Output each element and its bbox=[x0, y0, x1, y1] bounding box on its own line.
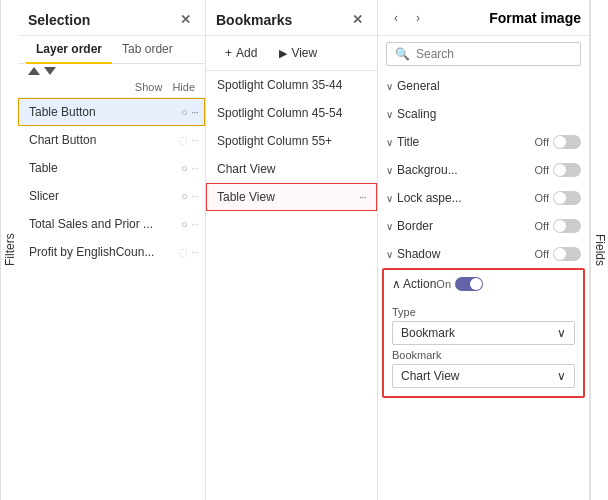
bookmark-item-name: Spotlight Column 45-54 bbox=[217, 106, 342, 120]
hide-label: Hide bbox=[172, 81, 195, 93]
format-section-lock-aspect[interactable]: ∨ Lock aspe... Off bbox=[378, 184, 589, 212]
lock-aspect-toggle-label: Off bbox=[535, 192, 549, 204]
bookmark-item-name: Spotlight Column 55+ bbox=[217, 134, 332, 148]
more-icon: ··· bbox=[191, 133, 198, 147]
search-icon: 🔍 bbox=[395, 47, 410, 61]
format-section-shadow[interactable]: ∨ Shadow Off bbox=[378, 240, 589, 268]
add-bookmark-button[interactable]: + Add bbox=[216, 42, 266, 64]
tab-tab-order[interactable]: Tab order bbox=[112, 36, 183, 64]
move-down-button[interactable] bbox=[44, 67, 56, 75]
format-section-general[interactable]: ∨ General bbox=[378, 72, 589, 100]
more-icon[interactable]: ··· bbox=[191, 105, 198, 119]
bookmark-item[interactable]: Spotlight Column 55+ bbox=[206, 127, 377, 155]
chevron-up-icon: ∧ bbox=[392, 277, 401, 291]
view-bookmark-icon: ▶ bbox=[279, 47, 287, 60]
view-bookmark-button[interactable]: ▶ View bbox=[270, 42, 326, 64]
layer-item[interactable]: Profit by EnglishCoun... ◌ ··· bbox=[18, 238, 205, 266]
title-toggle-label: Off bbox=[535, 136, 549, 148]
format-header: ‹ › Format image bbox=[378, 0, 589, 36]
layer-item-name: Table Button bbox=[29, 105, 181, 119]
bookmark-actions: + Add ▶ View bbox=[206, 36, 377, 71]
title-toggle-area: Off bbox=[535, 135, 581, 149]
layer-item-icons: ○ ··· bbox=[181, 189, 198, 203]
selection-title: Selection bbox=[28, 12, 90, 28]
bookmark-item[interactable]: Spotlight Column 45-54 bbox=[206, 99, 377, 127]
chevron-down-icon: ∨ bbox=[386, 81, 393, 92]
section-label: Border bbox=[397, 219, 535, 233]
action-label: Action bbox=[403, 277, 436, 291]
bookmarks-panel: Bookmarks ✕ + Add ▶ View Spotlight Colum… bbox=[206, 0, 378, 500]
background-toggle-label: Off bbox=[535, 164, 549, 176]
selection-close-button[interactable]: ✕ bbox=[176, 10, 195, 29]
action-toggle-label: On bbox=[436, 278, 451, 290]
layer-item-icons: ◌ ··· bbox=[178, 133, 198, 147]
format-section-border[interactable]: ∨ Border Off bbox=[378, 212, 589, 240]
layer-item-icons: ◌ ··· bbox=[178, 245, 198, 259]
add-bookmark-icon: + bbox=[225, 46, 232, 60]
bookmark-dropdown-value: Chart View bbox=[401, 369, 459, 383]
format-section-scaling[interactable]: ∨ Scaling bbox=[378, 100, 589, 128]
format-section-background[interactable]: ∨ Backgrou... Off bbox=[378, 156, 589, 184]
bookmark-item-more-icon[interactable]: ··· bbox=[359, 190, 366, 204]
chevron-down-icon: ∨ bbox=[386, 137, 393, 148]
type-dropdown[interactable]: Bookmark ∨ bbox=[392, 321, 575, 345]
section-label: Scaling bbox=[397, 107, 581, 121]
reorder-row bbox=[18, 64, 205, 77]
layer-item-name: Slicer bbox=[29, 189, 181, 203]
action-body: Type Bookmark ∨ Bookmark Chart View ∨ bbox=[384, 298, 583, 396]
action-section-container: ∧ Action On Type Bookmark ∨ Bookmark Cha bbox=[382, 268, 585, 398]
section-label: General bbox=[397, 79, 581, 93]
layer-item-name: Total Sales and Prior ... bbox=[29, 217, 181, 231]
bookmark-item[interactable]: Chart View bbox=[206, 155, 377, 183]
action-toggle-area: On bbox=[436, 277, 483, 291]
format-section-title[interactable]: ∨ Title Off bbox=[378, 128, 589, 156]
border-toggle[interactable] bbox=[553, 219, 581, 233]
section-label: Lock aspe... bbox=[397, 191, 535, 205]
bookmark-dropdown[interactable]: Chart View ∨ bbox=[392, 364, 575, 388]
background-toggle[interactable] bbox=[553, 163, 581, 177]
shadow-toggle-area: Off bbox=[535, 247, 581, 261]
chevron-down-icon: ∨ bbox=[386, 109, 393, 120]
bookmark-item[interactable]: Spotlight Column 35-44 bbox=[206, 71, 377, 99]
search-input[interactable] bbox=[416, 47, 572, 61]
section-label: Title bbox=[397, 135, 535, 149]
bookmark-field-label: Bookmark bbox=[392, 349, 575, 361]
chevron-down-icon: ∨ bbox=[386, 221, 393, 232]
type-dropdown-value: Bookmark bbox=[401, 326, 455, 340]
nav-arrows: ‹ › bbox=[386, 8, 428, 28]
action-toggle[interactable] bbox=[455, 277, 483, 291]
selection-header: Selection ✕ bbox=[18, 0, 205, 36]
nav-forward-button[interactable]: › bbox=[408, 8, 428, 28]
type-field-label: Type bbox=[392, 306, 575, 318]
layer-item[interactable]: Slicer ○ ··· bbox=[18, 182, 205, 210]
title-toggle[interactable] bbox=[553, 135, 581, 149]
nav-back-button[interactable]: ‹ bbox=[386, 8, 406, 28]
layer-item[interactable]: Chart Button ◌ ··· bbox=[18, 126, 205, 154]
bookmark-item-name: Spotlight Column 35-44 bbox=[217, 78, 342, 92]
filters-label: Filters bbox=[3, 234, 17, 267]
bookmarks-close-button[interactable]: ✕ bbox=[348, 10, 367, 29]
format-title: Format image bbox=[489, 10, 581, 26]
filters-sidebar[interactable]: Filters bbox=[0, 0, 18, 500]
shadow-toggle[interactable] bbox=[553, 247, 581, 261]
shadow-toggle-label: Off bbox=[535, 248, 549, 260]
fields-sidebar[interactable]: Fields bbox=[590, 0, 608, 500]
chevron-down-icon: ∨ bbox=[386, 193, 393, 204]
section-label: Shadow bbox=[397, 247, 535, 261]
layer-item[interactable]: Table ○ ··· bbox=[18, 154, 205, 182]
move-up-button[interactable] bbox=[28, 67, 40, 75]
lock-aspect-toggle[interactable] bbox=[553, 191, 581, 205]
tab-layer-order[interactable]: Layer order bbox=[26, 36, 112, 64]
bookmarks-title: Bookmarks bbox=[216, 12, 292, 28]
action-section-header[interactable]: ∧ Action On bbox=[384, 270, 583, 298]
bookmark-item-selected[interactable]: Table View ··· bbox=[206, 183, 377, 211]
more-icon: ··· bbox=[191, 161, 198, 175]
eye-icon: ○ bbox=[181, 106, 188, 118]
eye-icon: ○ bbox=[181, 162, 188, 174]
search-box[interactable]: 🔍 bbox=[386, 42, 581, 66]
layer-item[interactable]: Total Sales and Prior ... ○ ··· bbox=[18, 210, 205, 238]
format-panel: ‹ › Format image 🔍 ∨ General ∨ Scaling ∨… bbox=[378, 0, 590, 500]
layer-item[interactable]: Table Button ○ ··· bbox=[18, 98, 205, 126]
lock-aspect-toggle-area: Off bbox=[535, 191, 581, 205]
selection-tab-bar: Layer order Tab order bbox=[18, 36, 205, 64]
